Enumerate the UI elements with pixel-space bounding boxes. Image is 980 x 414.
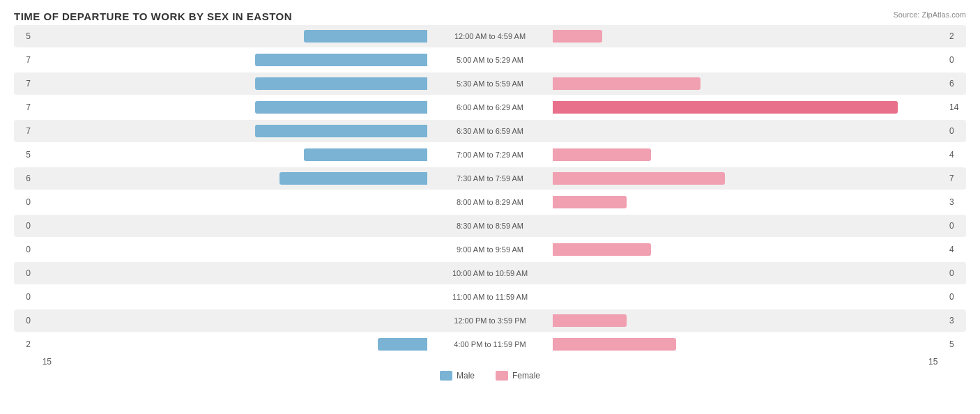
male-value: 0 [14, 197, 35, 207]
female-bar-container [553, 77, 945, 91]
male-bar-container [35, 100, 427, 114]
chart-row: 5 7:00 AM to 7:29 AM 4 [14, 144, 966, 166]
chart-row: 7 5:30 AM to 5:59 AM 6 [14, 72, 966, 95]
female-bar [553, 338, 676, 351]
female-bar-container [553, 195, 945, 209]
source-label: Source: ZipAtlas.com [893, 10, 966, 19]
bar-group: 8:30 AM to 8:59 AM [35, 216, 945, 236]
female-bar-container [553, 124, 945, 138]
time-label: 5:30 AM to 5:59 AM [427, 79, 553, 88]
chart-row: 0 8:00 AM to 8:29 AM 3 [14, 191, 966, 213]
male-value: 0 [14, 245, 35, 254]
bar-group: 6:30 AM to 6:59 AM [35, 121, 945, 141]
female-bar-container [553, 290, 945, 304]
female-value: 0 [945, 221, 966, 231]
bar-group: 12:00 PM to 3:59 PM [35, 311, 945, 330]
time-label: 5:00 AM to 5:29 AM [427, 56, 553, 64]
legend-male-box [440, 371, 452, 381]
female-value: 4 [945, 245, 966, 254]
chart-row: 0 9:00 AM to 9:59 AM 4 [14, 238, 966, 261]
time-label: 8:30 AM to 8:59 AM [427, 222, 553, 230]
chart-row: 7 6:30 AM to 6:59 AM 0 [14, 120, 966, 142]
male-bar-container [35, 195, 427, 209]
female-bar-container [553, 266, 945, 280]
male-bar-container [35, 219, 427, 233]
male-bar-container [35, 314, 427, 328]
male-bar-container [35, 290, 427, 304]
chart-row: 0 12:00 PM to 3:59 PM 3 [14, 309, 966, 332]
bar-group: 10:00 AM to 10:59 AM [35, 263, 945, 283]
male-bar-container [35, 337, 427, 351]
bar-group: 9:00 AM to 9:59 AM [35, 240, 945, 259]
chart-row: 7 6:00 AM to 6:29 AM 14 [14, 96, 966, 118]
female-bar-container [553, 29, 945, 43]
axis-right-num: 15 [924, 357, 945, 367]
female-bar [553, 148, 651, 161]
bar-group: 4:00 PM to 11:59 PM [35, 335, 945, 354]
axis-left-num: 15 [35, 357, 56, 367]
male-value: 0 [14, 292, 35, 302]
legend-male: Male [440, 371, 475, 381]
bar-group: 7:30 AM to 7:59 AM [35, 169, 945, 188]
male-value: 7 [14, 102, 35, 112]
chart-container: TIME OF DEPARTURE TO WORK BY SEX IN EAST… [0, 0, 980, 414]
male-bar-container [35, 171, 427, 185]
bar-group: 6:00 AM to 6:29 AM [35, 98, 945, 117]
male-value: 0 [14, 221, 35, 231]
female-bar-container [553, 314, 945, 328]
chart-row: 2 4:00 PM to 11:59 PM 5 [14, 333, 966, 355]
chart-row: 5 12:00 AM to 4:59 AM 2 [14, 25, 966, 47]
female-value: 2 [945, 31, 966, 41]
time-label: 9:00 AM to 9:59 AM [427, 245, 553, 254]
chart-row: 0 8:30 AM to 8:59 AM 0 [14, 215, 966, 237]
female-value: 0 [945, 292, 966, 302]
bar-group: 5:30 AM to 5:59 AM [35, 74, 945, 93]
male-bar-container [35, 243, 427, 256]
bottom-axis: 15 15 [14, 357, 966, 367]
female-value: 7 [945, 174, 966, 183]
female-bar-container [553, 148, 945, 162]
female-value: 14 [945, 102, 966, 112]
male-bar [280, 172, 427, 185]
female-value: 5 [945, 339, 966, 349]
bar-group: 11:00 AM to 11:59 AM [35, 287, 945, 307]
male-bar-container [35, 77, 427, 91]
female-bar [553, 196, 627, 208]
male-bar [255, 101, 427, 114]
male-value: 5 [14, 150, 35, 160]
male-bar-container [35, 53, 427, 67]
time-label: 12:00 PM to 3:59 PM [427, 316, 553, 325]
time-label: 7:00 AM to 7:29 AM [427, 151, 553, 159]
time-label: 12:00 AM to 4:59 AM [427, 32, 553, 40]
female-bar [553, 314, 627, 327]
male-bar-container [35, 148, 427, 162]
male-value: 7 [14, 79, 35, 89]
male-bar-container [35, 29, 427, 43]
male-bar [304, 148, 427, 161]
female-value: 4 [945, 150, 966, 160]
male-bar-container [35, 124, 427, 138]
female-bar-container [553, 243, 945, 256]
female-value: 0 [945, 126, 966, 136]
female-bar-container [553, 337, 945, 351]
female-bar [553, 101, 898, 114]
male-value: 0 [14, 316, 35, 325]
chart-row: 0 11:00 AM to 11:59 AM 0 [14, 286, 966, 308]
female-bar [553, 77, 700, 90]
female-bar-container [553, 219, 945, 233]
time-label: 6:00 AM to 6:29 AM [427, 103, 553, 112]
male-value: 7 [14, 55, 35, 65]
male-value: 5 [14, 31, 35, 41]
female-bar [553, 243, 651, 256]
chart-row: 0 10:00 AM to 10:59 AM 0 [14, 262, 966, 284]
time-label: 11:00 AM to 11:59 AM [427, 293, 553, 301]
female-value: 0 [945, 268, 966, 278]
male-value: 6 [14, 174, 35, 183]
bar-group: 5:00 AM to 5:29 AM [35, 50, 945, 70]
male-value: 2 [14, 339, 35, 349]
bar-group: 12:00 AM to 4:59 AM [35, 26, 945, 46]
chart-area: 5 12:00 AM to 4:59 AM 2 7 5:00 AM to 5:2… [14, 25, 966, 355]
time-label: 8:00 AM to 8:29 AM [427, 198, 553, 206]
female-bar-container [553, 171, 945, 185]
female-bar-container [553, 53, 945, 67]
